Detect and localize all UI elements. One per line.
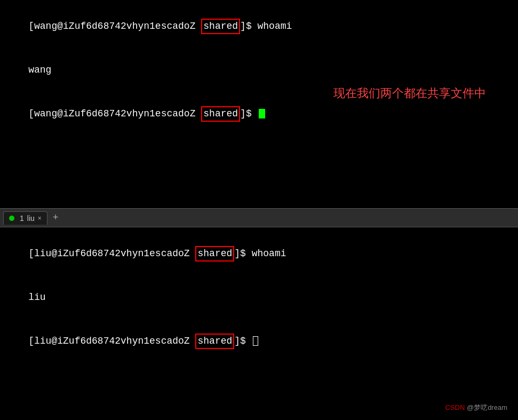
shared-dir-box-2: shared [201, 106, 240, 122]
cursor-green [259, 109, 265, 118]
terminal-line-1: [wang@iZuf6d68742vhyn1escadoZ shared]$ w… [5, 4, 513, 49]
tab-close-button[interactable]: × [38, 215, 42, 222]
tab-bar: 1 liu × + [0, 208, 518, 227]
bottom-terminal-output-1: liu [5, 276, 513, 319]
prompt-bracket-2: [wang@iZuf6d68742vhyn1escadoZ [28, 108, 201, 119]
prompt-dollar-1: ]$ whoami [240, 21, 292, 31]
watermark-handle: @梦呓dream [465, 403, 507, 411]
bottom-prompt-dollar-1: ]$ whoami [234, 248, 286, 259]
shared-dir-box-1: shared [201, 19, 240, 34]
output-text-1: wang [28, 65, 51, 75]
bottom-shared-dir-box-2: shared [195, 334, 234, 349]
bottom-shared-dir-box-1: shared [195, 246, 234, 261]
bottom-terminal-line-2[interactable]: [liu@iZuf6d68742vhyn1escadoZ shared]$ [5, 319, 513, 363]
bottom-prompt-bracket-1: [liu@iZuf6d68742vhyn1escadoZ [28, 248, 195, 259]
bottom-prompt-dollar-2: ]$ [234, 336, 251, 346]
bottom-terminal[interactable]: [liu@iZuf6d68742vhyn1escadoZ shared]$ wh… [0, 227, 518, 420]
tab-add-button[interactable]: + [50, 211, 62, 224]
prompt-dollar-2: ]$ [240, 108, 257, 119]
bottom-output-text-1: liu [28, 292, 45, 303]
top-terminal: [wang@iZuf6d68742vhyn1escadoZ shared]$ w… [0, 0, 518, 208]
tab-dot [9, 216, 14, 221]
bottom-terminal-line-1: [liu@iZuf6d68742vhyn1escadoZ shared]$ wh… [5, 232, 513, 276]
bottom-prompt-bracket-2: [liu@iZuf6d68742vhyn1escadoZ [28, 336, 195, 346]
watermark: CSDN @梦呓dream [445, 403, 507, 413]
tab-liu[interactable]: 1 liu × [3, 211, 47, 225]
watermark-site: CSDN [445, 403, 465, 411]
tab-name: liu [27, 214, 35, 223]
annotation-text: 现在我们两个都在共享文件中 [333, 85, 486, 101]
cursor-hollow [253, 336, 258, 346]
tab-number: 1 [20, 214, 24, 223]
prompt-bracket: [wang@iZuf6d68742vhyn1escadoZ [28, 21, 201, 31]
